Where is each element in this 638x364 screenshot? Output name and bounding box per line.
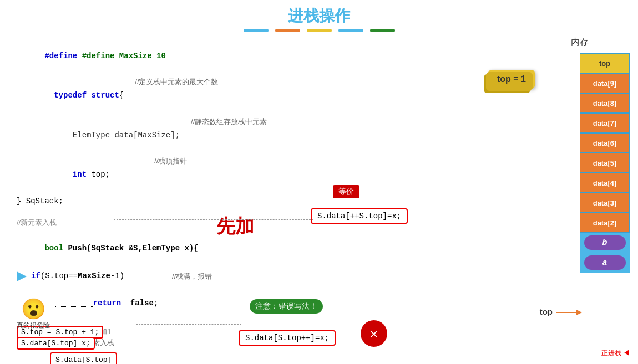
define-val: #define MaxSize 10 xyxy=(82,52,166,60)
mem-cell-data8: data[8] xyxy=(580,93,630,113)
color-bar xyxy=(0,29,638,32)
if-line-row: if(S.top==MaxSize-1) //栈满，报错 xyxy=(17,270,533,283)
code-sqstack: } SqStack; xyxy=(17,195,533,208)
color-bar-5 xyxy=(370,29,395,32)
memory-label: 内存 xyxy=(533,37,627,48)
dotted-line-1 xyxy=(114,219,313,220)
mem-cell-data3: data[3] xyxy=(580,193,630,213)
equi-badge: 等价 xyxy=(333,185,359,198)
mem-cell-data5: data[5] xyxy=(580,153,630,173)
comment3: //栈顶指针 xyxy=(154,156,187,166)
equiv-box: S.data[++S.top]=x; xyxy=(311,208,408,224)
memory-area: 内存 top = 1 top data[9] data[8] data[7] d… xyxy=(533,37,632,358)
mascot-icon: 😮 xyxy=(17,298,50,321)
code-area: #define #define MaxSize 10 typedef struc… xyxy=(6,37,533,358)
code-typedef: typedef struct{ xyxy=(17,76,124,115)
bottom-note: 正进栈 ◀ xyxy=(601,348,630,358)
code-int-top: int top; xyxy=(17,155,110,194)
mem-cell-a: a xyxy=(580,253,630,273)
code-define: #define #define MaxSize 10 xyxy=(17,37,533,76)
color-bar-3 xyxy=(307,29,332,32)
stop-line2-box: S.data[S.top]=x; xyxy=(17,337,95,350)
top-arrow-line xyxy=(556,307,577,316)
dotted-line-2 xyxy=(136,324,241,325)
blue-arrow-icon xyxy=(17,271,27,281)
mem-cell-b-oval: b xyxy=(584,235,626,250)
arrow-head-icon xyxy=(576,310,582,315)
comment1: //定义栈中元素的最大个数 xyxy=(135,77,218,87)
comment2: //静态数组存放栈中元素 xyxy=(191,117,267,127)
mem-cell-a-oval: a xyxy=(584,255,626,270)
mem-cell-data4: data[4] xyxy=(580,173,630,193)
color-bar-1 xyxy=(244,29,269,32)
xian-jia-label: 先加 xyxy=(216,214,254,239)
error-equiv-box: S.data[S.top++]=x; xyxy=(239,330,336,346)
top-eq1-box: top = 1 xyxy=(488,70,535,89)
push-decl: bool Push(SqStack &S,ElemType x){ xyxy=(17,229,533,268)
comment5: //栈满，报错 xyxy=(172,271,212,281)
mem-cell-data7: data[7] xyxy=(580,113,630,133)
error-box: S.data[S.top] = x; S.top = S.top + 1; xyxy=(50,352,117,364)
color-bar-4 xyxy=(338,29,363,32)
color-bar-2 xyxy=(275,29,300,32)
mascot-area: 😮 真的很危险 xyxy=(17,298,50,330)
mascot-label: 真的很危险 xyxy=(17,321,50,330)
page-title: 进栈操作 xyxy=(0,0,638,29)
mem-cell-data6: data[6] xyxy=(580,133,630,153)
mem-cell-top: top xyxy=(580,53,630,73)
mem-cell-b: b xyxy=(580,233,630,253)
memory-stack: top data[9] data[8] data[7] data[6] data… xyxy=(580,53,630,273)
code-elem: ElemType data[MaxSize]; xyxy=(17,116,180,155)
comment4: //新元素入栈 xyxy=(17,217,533,229)
mem-cell-data9: data[9] xyxy=(580,73,630,93)
error-icon: ✕ xyxy=(361,320,387,347)
top-pointer: top xyxy=(540,307,577,316)
define-kw: #define xyxy=(44,52,82,60)
mem-cell-data2: data[2] xyxy=(580,213,630,233)
error-note-badge: 注意：错误写法！ xyxy=(250,299,323,314)
